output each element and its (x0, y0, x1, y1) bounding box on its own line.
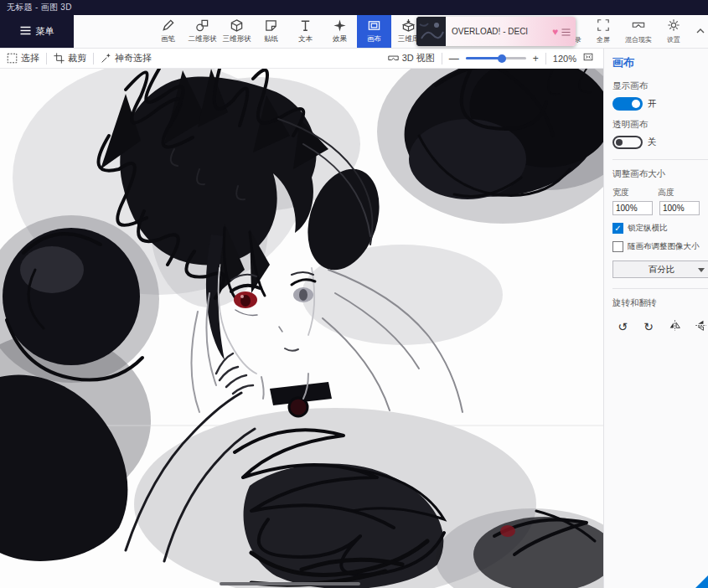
button-label: 混合现实 (625, 35, 652, 44)
tab-2d-shapes[interactable]: 二维形状 (185, 15, 220, 48)
height-label: 高度 (658, 187, 674, 199)
view-3d-button[interactable]: 3D 视图 (388, 52, 435, 64)
tab-effects[interactable]: 效果 (323, 15, 357, 48)
tab-label: 二维形状 (189, 34, 217, 44)
canvas-column: 选择 裁剪 神奇选择 (0, 49, 603, 588)
mixed-reality-icon (632, 18, 645, 34)
width-label: 宽度 (612, 187, 629, 199)
resize-image-checkbox[interactable] (612, 241, 623, 252)
transparent-canvas-toggle[interactable] (612, 136, 643, 149)
tab-brushes[interactable]: 画笔 (151, 15, 185, 48)
show-canvas-state: 开 (648, 98, 657, 110)
text-icon (298, 18, 313, 33)
transparent-canvas-state: 关 (648, 137, 657, 148)
button-label: 设置 (667, 35, 680, 44)
tab-3d-shapes[interactable]: 三维形状 (220, 15, 254, 48)
rotate-right-button[interactable]: ↻ (638, 317, 659, 337)
gear-icon (667, 18, 680, 34)
unit-dropdown[interactable]: 百分比 (612, 260, 708, 278)
resize-canvas-label: 调整画布大小 (612, 168, 708, 180)
divider (612, 288, 708, 289)
sub-toolbar: 选择 裁剪 神奇选择 (0, 49, 603, 69)
tab-canvas[interactable]: 画布 (357, 15, 391, 48)
rotate-left-icon: ↺ (618, 320, 628, 333)
button-label: 全屏 (597, 35, 610, 44)
zoom-group: 3D 视图 — + 120% (388, 52, 597, 64)
hamburger-icon (20, 26, 31, 37)
divider (442, 53, 442, 64)
brush-icon (161, 18, 175, 33)
resize-corner[interactable] (695, 575, 708, 588)
flip-vertical-button[interactable] (690, 317, 708, 337)
heart-icon[interactable]: ♥ (550, 26, 560, 38)
canvas-area[interactable] (0, 69, 603, 588)
transparent-canvas-label: 透明画布 (612, 119, 708, 131)
music-title: OVERLOAD! - DECI (446, 27, 550, 36)
zoom-slider[interactable] (466, 57, 526, 59)
zoom-level: 120% (553, 54, 576, 64)
mixed-reality-button[interactable]: 混合现实 (623, 18, 654, 44)
sticker-icon (264, 18, 278, 33)
fullscreen-icon (597, 18, 610, 34)
view-3d-label: 3D 视图 (402, 52, 435, 64)
3d-shapes-icon (230, 18, 244, 33)
lock-aspect-checkbox[interactable] (612, 223, 623, 234)
canvas-icon (367, 18, 381, 33)
zoom-in-button[interactable]: + (533, 53, 539, 64)
crop-icon (54, 53, 65, 64)
flip-vertical-icon (695, 319, 707, 334)
flip-horizontal-icon (669, 319, 681, 334)
tab-text[interactable]: 文本 (288, 15, 323, 48)
content: 选择 裁剪 神奇选择 (0, 49, 708, 588)
menu-button[interactable]: 菜单 (0, 15, 74, 48)
show-canvas-toggle[interactable] (612, 97, 643, 111)
resize-image-label: 随画布调整图像大小 (628, 241, 700, 252)
canvas-artwork[interactable] (0, 69, 603, 588)
width-input[interactable] (612, 201, 653, 215)
collapse-ribbon-button[interactable] (696, 23, 705, 36)
titlebar[interactable]: 无标题 - 画图 3D (0, 0, 708, 15)
tab-label: 文本 (298, 34, 313, 44)
music-overlay[interactable]: OVERLOAD! - DECI ♥ (416, 17, 576, 46)
chevron-up-icon (696, 23, 705, 36)
settings-button[interactable]: 设置 (658, 18, 690, 44)
tab-label: 三维形状 (223, 34, 251, 44)
zoom-out-button[interactable]: — (449, 53, 459, 64)
fit-screen-icon (583, 53, 593, 64)
magic-select-label: 神奇选择 (115, 52, 152, 64)
chevron-down-icon (698, 268, 705, 272)
playlist-icon[interactable] (560, 24, 576, 39)
unit-value: 百分比 (649, 264, 675, 276)
show-canvas-label: 显示画布 (612, 80, 708, 92)
3d-view-icon (388, 53, 399, 64)
crop-button[interactable]: 裁剪 (54, 52, 86, 64)
fullscreen-button[interactable]: 全屏 (587, 18, 619, 44)
horizontal-scrollbar[interactable] (220, 582, 360, 585)
select-icon (7, 53, 18, 64)
menu-label: 菜单 (36, 25, 54, 38)
tab-label: 效果 (333, 34, 347, 44)
lock-aspect-label: 锁定纵横比 (628, 223, 668, 234)
tab-stickers[interactable]: 贴纸 (254, 15, 288, 48)
flip-horizontal-button[interactable] (664, 317, 685, 337)
ribbon-toolbar: 菜单 画笔 二维形状 三维形状 (0, 15, 708, 49)
canvas-panel: 画布 显示画布 开 透明画布 关 调整画布大小 宽度 高度 (603, 49, 708, 588)
zoom-slider-handle[interactable] (498, 54, 506, 63)
magic-select-button[interactable]: 神奇选择 (101, 52, 152, 64)
tab-label: 贴纸 (264, 34, 278, 44)
select-label: 选择 (21, 52, 39, 64)
divider (545, 53, 546, 64)
effects-icon (333, 18, 347, 33)
tool-tabs: 画笔 二维形状 三维形状 贴纸 (151, 15, 426, 48)
crop-label: 裁剪 (68, 52, 86, 64)
album-art (416, 17, 446, 46)
3d-library-icon (401, 18, 416, 33)
fit-screen-button[interactable] (583, 52, 593, 64)
height-input[interactable] (659, 201, 700, 215)
rotate-left-button[interactable]: ↺ (612, 317, 633, 337)
magic-select-icon (101, 53, 111, 64)
rotate-flip-label: 旋转和翻转 (612, 297, 708, 309)
select-button[interactable]: 选择 (7, 52, 39, 64)
panel-title: 画布 (612, 55, 708, 70)
window-title: 无标题 - 画图 3D (7, 2, 72, 13)
